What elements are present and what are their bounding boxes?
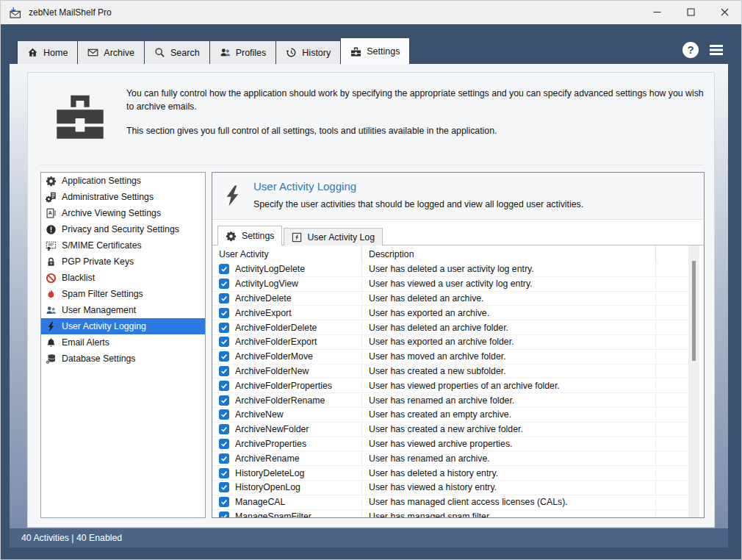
tab-history[interactable]: History — [276, 41, 341, 64]
table-row[interactable]: ActivityLogDeleteUser has deleted a user… — [212, 262, 690, 277]
table-row[interactable]: HistoryOpenLogUser has viewed a history … — [212, 481, 690, 495]
sidebar-item-pgp-private-keys[interactable]: PGP Private Keys — [41, 254, 205, 270]
activity-cell: ArchiveFolderNew — [212, 365, 362, 378]
row-spacer — [656, 423, 690, 437]
row-spacer — [656, 466, 690, 480]
activity-checkbox-checked[interactable] — [219, 279, 229, 289]
activity-checkbox-checked[interactable] — [219, 366, 229, 376]
row-spacer — [656, 451, 690, 465]
activity-name: HistoryDeleteLog — [235, 468, 304, 478]
close-button[interactable] — [707, 1, 741, 24]
intro-divider — [40, 165, 704, 165]
database-icon — [45, 353, 57, 365]
row-spacer — [656, 306, 690, 320]
sidebar-item-blacklist[interactable]: Blacklist — [41, 270, 205, 286]
bell-icon — [45, 337, 57, 348]
activity-cell: ArchiveRename — [212, 451, 362, 465]
menu-button[interactable] — [709, 44, 724, 56]
tab-archive[interactable]: Archive — [78, 41, 145, 64]
activity-description: User has viewed a history entry. — [362, 481, 656, 495]
sidebar-item-privacy-and-security-settings[interactable]: Privacy and Security Settings — [41, 221, 205, 237]
status-text: 40 Activities | 40 Enabled — [21, 533, 122, 543]
activity-name: ArchiveProperties — [235, 439, 306, 449]
activity-checkbox-checked[interactable] — [219, 482, 229, 492]
search-icon — [154, 47, 165, 58]
minimize-icon — [653, 6, 661, 19]
activity-checkbox-checked[interactable] — [219, 395, 229, 406]
table-row[interactable]: ArchiveFolderExportUser has exported an … — [212, 335, 690, 350]
row-spacer — [656, 365, 690, 378]
sidebar-item-administrative-settings[interactable]: Administrative Settings — [41, 189, 205, 205]
table-row[interactable]: ArchiveRenameUser has renamed an archive… — [212, 451, 690, 466]
sidebar-item-label: Email Alerts — [62, 337, 109, 348]
panel-tab-label: Settings — [242, 231, 274, 241]
sidebar-item-label: Administrative Settings — [62, 192, 154, 202]
activity-description: User has created a new archive folder. — [362, 423, 656, 437]
tab-profiles[interactable]: Profiles — [210, 41, 277, 64]
table-row[interactable]: ArchiveExportUser has exported an archiv… — [212, 306, 690, 320]
row-spacer — [656, 408, 690, 422]
activity-checkbox-checked[interactable] — [219, 409, 229, 420]
column-header-description[interactable]: Description — [362, 245, 656, 262]
maximize-button[interactable] — [674, 1, 707, 24]
activity-cell: ManageCAL — [212, 495, 362, 509]
table-row[interactable]: ArchiveFolderPropertiesUser has viewed p… — [212, 378, 690, 393]
activity-cell: ArchiveFolderMove — [212, 350, 362, 364]
table-row[interactable]: HistoryDeleteLogUser has deleted a histo… — [212, 466, 690, 481]
activity-checkbox-checked[interactable] — [219, 497, 229, 507]
activity-checkbox-checked[interactable] — [219, 308, 229, 318]
table-row[interactable]: ArchiveNewUser has created an empty arch… — [212, 408, 690, 423]
sidebar-item-user-activity-logging[interactable]: User Activity Logging — [41, 318, 205, 334]
activity-checkbox-checked[interactable] — [219, 511, 229, 517]
table-row[interactable]: ArchiveFolderRenameUser has renamed an a… — [212, 393, 690, 408]
sidebar-item-spam-filter-settings[interactable]: Spam Filter Settings — [41, 286, 205, 302]
table-row[interactable]: ManageCALUser has managed client access … — [212, 495, 690, 510]
table-row[interactable]: ActivityLogViewUser has viewed a user ac… — [212, 277, 690, 292]
activity-checkbox-checked[interactable] — [219, 381, 229, 391]
activity-checkbox-checked[interactable] — [219, 424, 229, 434]
activity-checkbox-checked[interactable] — [219, 351, 229, 362]
envelope-icon — [87, 47, 98, 58]
sidebar-item-s-mime-certificates[interactable]: S/MIME Certificates — [41, 237, 205, 254]
activity-name: ArchiveFolderDelete — [235, 323, 317, 333]
activity-checkbox-checked[interactable] — [219, 439, 229, 449]
tab-home[interactable]: Home — [17, 41, 78, 64]
sidebar-item-archive-viewing-settings[interactable]: AArchive Viewing Settings — [41, 205, 205, 221]
tab-search[interactable]: Search — [145, 41, 210, 64]
table-row[interactable]: ArchiveNewFolderUser has created a new a… — [212, 423, 690, 437]
activity-checkbox-checked[interactable] — [219, 453, 229, 464]
sidebar-item-label: Privacy and Security Settings — [62, 224, 179, 234]
table-row[interactable]: ArchiveFolderNewUser has created a new s… — [212, 365, 690, 379]
activity-cell: ArchiveDelete — [212, 292, 362, 306]
help-button[interactable]: ? — [682, 41, 699, 59]
activity-checkbox-checked[interactable] — [219, 323, 229, 333]
svg-text:?: ? — [687, 43, 694, 56]
panel-tab-settings[interactable]: Settings — [217, 226, 282, 245]
intro-paragraph-1: You can fully control how the applicatio… — [126, 87, 707, 114]
window-title: zebNet MailShelf Pro — [29, 7, 112, 18]
sidebar-item-email-alerts[interactable]: Email Alerts — [41, 334, 205, 351]
activity-checkbox-checked[interactable] — [219, 264, 229, 274]
table-row[interactable]: ArchivePropertiesUser has viewed archive… — [212, 437, 690, 452]
row-spacer — [656, 350, 690, 364]
activity-checkbox-checked[interactable] — [219, 293, 229, 304]
table-row[interactable]: ArchiveFolderMoveUser has moved an archi… — [212, 350, 690, 365]
activity-name: ArchiveFolderProperties — [235, 381, 332, 391]
column-header-user-activity[interactable]: User Activity — [212, 245, 362, 262]
sidebar-item-application-settings[interactable]: Application Settings — [41, 173, 205, 189]
vertical-scrollbar[interactable] — [688, 245, 699, 517]
table-row[interactable]: ManageSpamFilterUser has managed spam fi… — [212, 510, 690, 517]
table-row[interactable]: ArchiveDeleteUser has deleted an archive… — [212, 292, 690, 306]
activity-checkbox-checked[interactable] — [219, 337, 229, 347]
row-spacer — [656, 378, 690, 392]
tab-settings[interactable]: Settings — [341, 38, 410, 64]
sidebar-item-user-management[interactable]: User Management — [41, 302, 205, 318]
panel-tab-user-activity-log[interactable]: User Activity Log — [284, 228, 383, 245]
sidebar-item-database-settings[interactable]: Database Settings — [41, 351, 205, 367]
scrollbar-thumb[interactable] — [692, 261, 696, 361]
activity-checkbox-checked[interactable] — [219, 468, 229, 478]
minimize-button[interactable] — [640, 1, 674, 24]
activity-description: User has renamed an archive. — [362, 451, 656, 465]
sidebar-item-label: Database Settings — [62, 353, 136, 364]
table-row[interactable]: ArchiveFolderDeleteUser has deleted an a… — [212, 320, 690, 335]
